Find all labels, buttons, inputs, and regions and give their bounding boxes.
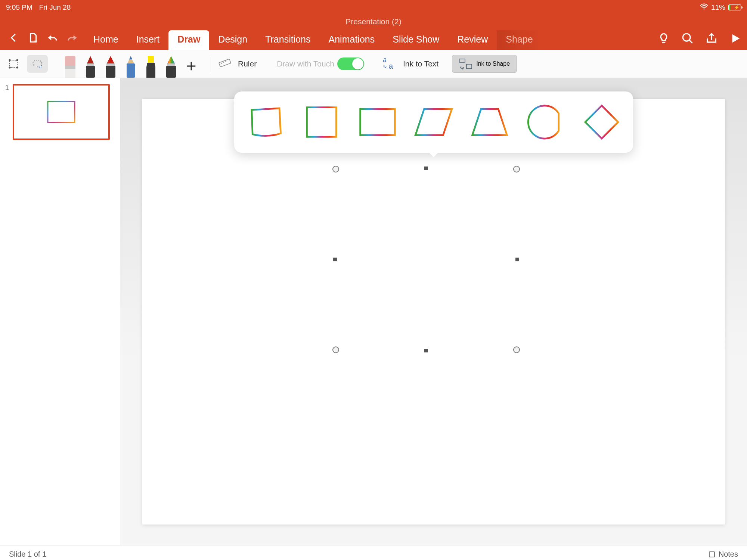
handle-mr[interactable] bbox=[515, 257, 520, 262]
ribbon-bar: Home Insert Draw Design Transitions Anim… bbox=[0, 26, 747, 50]
suggestion-trapezoid[interactable] bbox=[468, 100, 511, 144]
handle-bm[interactable] bbox=[424, 348, 429, 353]
svg-rect-23 bbox=[106, 66, 115, 78]
svg-marker-48 bbox=[415, 109, 452, 135]
svg-point-0 bbox=[703, 8, 704, 9]
svg-rect-47 bbox=[360, 109, 395, 135]
status-footer: Slide 1 of 1 Notes bbox=[0, 545, 747, 560]
svg-marker-43 bbox=[462, 68, 464, 69]
svg-line-5 bbox=[689, 40, 692, 43]
svg-marker-21 bbox=[106, 56, 115, 64]
handle-ml[interactable] bbox=[332, 257, 338, 262]
suggestion-freeform[interactable] bbox=[244, 100, 287, 144]
tab-animations[interactable]: Animations bbox=[320, 30, 384, 50]
tab-home[interactable]: Home bbox=[84, 30, 127, 50]
tab-shape[interactable]: Shape bbox=[497, 30, 542, 50]
svg-rect-19 bbox=[87, 63, 94, 66]
svg-marker-49 bbox=[472, 109, 507, 135]
slide-canvas-area[interactable] bbox=[120, 78, 747, 545]
handle-bl[interactable] bbox=[332, 346, 339, 353]
pen-red-thin[interactable] bbox=[81, 55, 99, 78]
svg-rect-17 bbox=[65, 69, 75, 78]
svg-marker-18 bbox=[87, 56, 94, 64]
notes-button[interactable]: Notes bbox=[708, 550, 738, 559]
ink-to-text-label[interactable]: Ink to Text bbox=[403, 59, 438, 68]
suggestion-partial-circle[interactable] bbox=[524, 100, 567, 144]
slide-indicator: Slide 1 of 1 bbox=[9, 550, 46, 559]
slide-thumbnail-1[interactable] bbox=[13, 84, 110, 140]
tab-transitions[interactable]: Transitions bbox=[256, 30, 319, 50]
status-time: 9:05 PM bbox=[6, 3, 32, 12]
file-button[interactable] bbox=[28, 32, 39, 45]
back-button[interactable] bbox=[8, 32, 19, 45]
ribbon-tabs: Home Insert Draw Design Transitions Anim… bbox=[84, 30, 542, 50]
tab-insert[interactable]: Insert bbox=[127, 30, 169, 50]
handle-br[interactable] bbox=[513, 346, 520, 353]
handle-tl[interactable] bbox=[332, 166, 339, 172]
svg-rect-27 bbox=[148, 56, 154, 63]
slide-canvas[interactable] bbox=[142, 99, 725, 525]
document-title: Presentation (2) bbox=[345, 17, 401, 26]
svg-rect-35 bbox=[219, 59, 231, 67]
handle-tm[interactable] bbox=[424, 166, 429, 171]
thumb-number: 1 bbox=[5, 84, 9, 140]
ipad-status-bar: 9:05 PM Fri Jun 28 11% ⚡ bbox=[0, 0, 747, 15]
battery-icon: ⚡ bbox=[728, 4, 741, 10]
selected-shape[interactable] bbox=[333, 166, 520, 353]
svg-rect-44 bbox=[467, 64, 472, 69]
draw-touch-toggle[interactable] bbox=[337, 57, 364, 70]
suggestion-rectangle[interactable] bbox=[356, 100, 399, 144]
svg-marker-25 bbox=[129, 56, 132, 59]
pencil-blue[interactable] bbox=[122, 55, 140, 78]
svg-marker-6 bbox=[732, 34, 740, 43]
svg-rect-20 bbox=[86, 66, 95, 78]
svg-rect-32 bbox=[166, 66, 176, 78]
selection-tool[interactable] bbox=[3, 55, 24, 73]
eraser-tool[interactable] bbox=[61, 55, 79, 78]
svg-marker-41 bbox=[385, 66, 387, 68]
svg-rect-31 bbox=[167, 63, 175, 66]
suggestion-parallelogram[interactable] bbox=[412, 100, 455, 144]
svg-rect-42 bbox=[460, 59, 465, 63]
search-icon[interactable] bbox=[681, 32, 694, 46]
share-icon[interactable] bbox=[705, 32, 718, 46]
svg-line-36 bbox=[221, 63, 222, 64]
lasso-tool[interactable] bbox=[27, 55, 48, 73]
svg-marker-50 bbox=[585, 105, 618, 138]
svg-point-11 bbox=[16, 67, 18, 68]
battery-percent: 11% bbox=[711, 3, 725, 12]
tab-shape-label: Shape bbox=[506, 34, 533, 44]
pen-gallery bbox=[61, 50, 203, 78]
ink-to-shape-button[interactable]: Ink to Shape bbox=[452, 55, 517, 73]
redo-button[interactable] bbox=[66, 32, 78, 45]
svg-point-9 bbox=[16, 59, 18, 60]
draw-toolbar: Ruler Draw with Touch aa Ink to Text Ink… bbox=[0, 50, 747, 78]
svg-point-8 bbox=[9, 59, 10, 60]
add-pen[interactable] bbox=[182, 55, 200, 78]
ruler-icon[interactable] bbox=[217, 56, 232, 72]
undo-button[interactable] bbox=[47, 32, 58, 45]
svg-rect-26 bbox=[127, 63, 135, 78]
highlighter-yellow[interactable] bbox=[142, 55, 160, 78]
svg-text:a: a bbox=[383, 56, 387, 63]
tab-design[interactable]: Design bbox=[209, 30, 256, 50]
pen-red-thick[interactable] bbox=[102, 55, 120, 78]
suggestion-square[interactable] bbox=[300, 100, 343, 144]
lightbulb-icon[interactable] bbox=[657, 32, 670, 46]
svg-rect-55 bbox=[709, 552, 715, 557]
svg-point-2 bbox=[37, 41, 38, 42]
svg-rect-45 bbox=[48, 102, 75, 122]
handle-tr[interactable] bbox=[513, 166, 520, 172]
pen-rainbow[interactable] bbox=[162, 55, 180, 78]
tab-review[interactable]: Review bbox=[448, 30, 497, 50]
play-icon[interactable] bbox=[729, 32, 742, 46]
tab-slideshow[interactable]: Slide Show bbox=[384, 30, 448, 50]
svg-line-37 bbox=[223, 62, 224, 63]
notes-label: Notes bbox=[719, 550, 738, 559]
tab-draw[interactable]: Draw bbox=[168, 30, 209, 50]
ink-to-text-icon[interactable]: aa bbox=[381, 55, 397, 72]
document-title-bar: Presentation (2) bbox=[0, 15, 747, 26]
svg-rect-22 bbox=[106, 63, 115, 66]
suggestion-diamond[interactable] bbox=[580, 100, 623, 144]
ruler-label[interactable]: Ruler bbox=[238, 59, 257, 68]
